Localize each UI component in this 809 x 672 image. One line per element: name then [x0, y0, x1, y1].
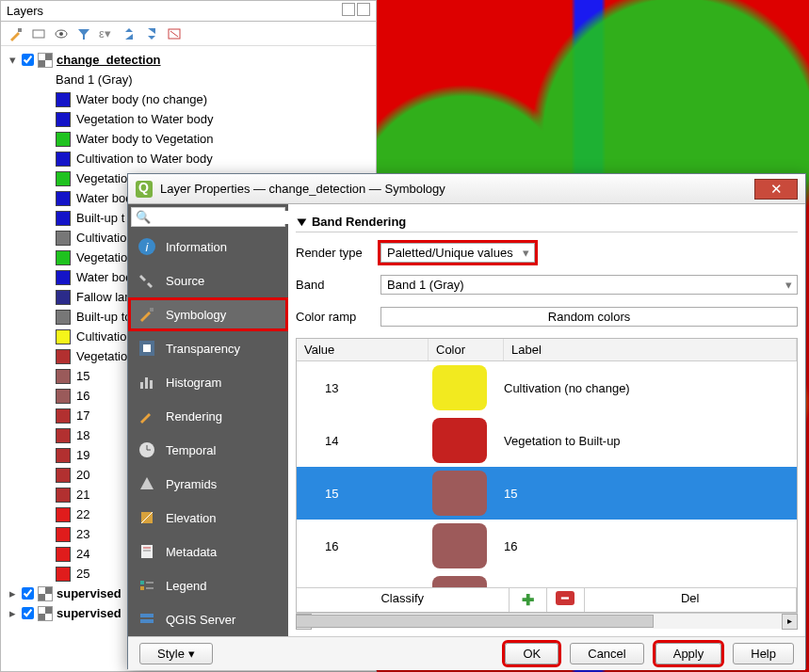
legend-item[interactable]: Water body (no change) [7, 89, 370, 109]
render-type-combo[interactable]: Paletted/Unique values [380, 243, 535, 263]
sidebar-item-source[interactable]: Source [128, 264, 288, 297]
color-swatch [56, 211, 71, 226]
remove-layer-icon[interactable] [167, 26, 182, 41]
raster-layer-icon [38, 606, 53, 621]
color-chip[interactable] [432, 418, 487, 463]
visibility-icon[interactable] [54, 26, 69, 41]
ok-button[interactable]: OK [505, 643, 558, 664]
svg-rect-16 [141, 545, 153, 558]
filter-icon[interactable] [76, 26, 91, 41]
band-combo[interactable]: Band 1 (Gray) [380, 275, 798, 295]
layer-name-label: supervised [57, 606, 121, 620]
legend-label: 23 [76, 527, 89, 541]
color-chip[interactable] [432, 365, 487, 410]
expand-icon[interactable]: ▸ [7, 586, 18, 600]
sidebar-item-transparency[interactable]: Transparency [128, 331, 288, 365]
legend-item[interactable]: Cultivation to Water body [7, 149, 370, 168]
scroll-thumb[interactable] [296, 615, 654, 628]
sidebar-item-legend[interactable]: Legend [128, 568, 288, 602]
col-label-header[interactable]: Label [504, 339, 797, 360]
sidebar-item-symbology[interactable]: Symbology [128, 297, 288, 331]
color-swatch [56, 191, 71, 206]
legend-label: 18 [76, 428, 89, 442]
layer-item-change-detection[interactable]: ▾ change_detection [7, 50, 370, 70]
color-chip[interactable] [432, 576, 487, 587]
color-swatch [56, 250, 71, 265]
search-input[interactable] [151, 211, 292, 224]
panel-window-controls[interactable] [340, 3, 370, 19]
chevron-down-icon: ▼ [294, 215, 310, 229]
color-chip[interactable] [432, 471, 487, 516]
legend-label: 15 [76, 369, 89, 383]
sidebar-item-label: Transparency [166, 342, 240, 356]
band-rendering-section-header[interactable]: ▼Band Rendering [296, 212, 798, 232]
expand-icon[interactable]: ▸ [7, 606, 18, 620]
color-swatch [56, 290, 71, 305]
section-title: Band Rendering [312, 215, 406, 229]
legend-label: Fallow lan [76, 290, 132, 304]
col-value-header[interactable]: Value [297, 339, 429, 360]
collapse-all-icon[interactable] [144, 26, 159, 41]
legend-icon [138, 576, 156, 595]
sidebar-item-pyramids[interactable]: Pyramids [128, 467, 288, 501]
table-row[interactable]: 1515 [297, 467, 797, 520]
dialog-titlebar[interactable]: Layer Properties — change_detection — Sy… [128, 174, 805, 204]
add-class-button[interactable]: ✚ [510, 588, 547, 612]
layer-visibility-checkbox[interactable] [22, 54, 34, 66]
layer-name-label: change_detection [57, 53, 161, 67]
legend-label: 19 [76, 448, 89, 462]
style-manager-icon[interactable] [8, 26, 24, 41]
color-chip[interactable] [432, 523, 487, 568]
col-color-header[interactable]: Color [429, 339, 504, 360]
legend-item[interactable]: Vegetation to Water body [7, 109, 370, 129]
cancel-button[interactable]: Cancel [570, 643, 643, 664]
svg-rect-0 [18, 28, 22, 32]
sidebar-item-label: Symbology [166, 308, 226, 322]
expression-icon[interactable]: ε▾ [99, 26, 114, 41]
legend-label: Cultivation to Water body [76, 152, 213, 166]
legend-item[interactable]: Water body to Vegetation [7, 129, 370, 149]
layer-properties-dialog: Layer Properties — change_detection — Sy… [127, 173, 806, 669]
legend-label: 25 [76, 567, 89, 581]
legend-label: Built-up to [76, 310, 132, 324]
info-icon: i [138, 237, 156, 256]
sidebar-item-rendering[interactable]: Rendering [128, 399, 288, 433]
close-button[interactable]: ✕ [754, 179, 798, 200]
sidebar-item-label: Elevation [166, 511, 216, 525]
color-ramp-combo[interactable]: Random colors [380, 307, 798, 327]
layer-visibility-checkbox[interactable] [22, 587, 34, 600]
remove-class-button[interactable]: ━ [547, 588, 585, 612]
svg-rect-8 [150, 308, 154, 312]
style-button[interactable]: Style ▾ [139, 643, 213, 664]
layer-visibility-checkbox[interactable] [22, 607, 34, 619]
help-button[interactable]: Help [733, 643, 794, 664]
expand-icon[interactable]: ▾ [7, 53, 18, 67]
scroll-right-icon[interactable]: ▸ [782, 614, 798, 630]
sidebar-item-elevation[interactable]: Elevation [128, 501, 288, 535]
color-swatch [56, 547, 71, 562]
expand-all-icon[interactable] [121, 26, 137, 41]
table-row[interactable]: 1616 [297, 520, 797, 572]
legend-label: Vegetatio [76, 250, 127, 264]
table-row[interactable]: 1717 [297, 572, 797, 587]
sidebar-item-qgis-server[interactable]: QGIS Server [128, 602, 288, 636]
sidebar-item-temporal[interactable]: Temporal [128, 433, 288, 467]
delete-all-button[interactable]: Del [585, 588, 798, 612]
sidebar-item-information[interactable]: iInformation [128, 230, 288, 264]
color-swatch [56, 171, 71, 186]
apply-button[interactable]: Apply [655, 643, 722, 664]
table-row[interactable]: 13Cultivation (no change) [297, 361, 797, 414]
legend-label: Water body to Vegetation [76, 132, 214, 146]
table-row[interactable]: 14Vegetation to Built-up [297, 414, 797, 467]
classify-button[interactable]: Classify [297, 588, 510, 612]
plus-icon: ✚ [522, 592, 534, 608]
sidebar-search[interactable]: 🔍 [131, 207, 285, 227]
sidebar-item-metadata[interactable]: Metadata [128, 535, 288, 568]
sidebar-item-histogram[interactable]: Histogram [128, 365, 288, 399]
cancel-label: Cancel [588, 647, 625, 661]
band-label: Band 1 (Gray) [7, 70, 370, 89]
horizontal-scrollbar[interactable]: ◂ ▸ [296, 613, 798, 629]
add-group-icon[interactable] [31, 26, 46, 41]
legend-label: Vegetatio [76, 349, 127, 363]
color-swatch [56, 112, 71, 127]
